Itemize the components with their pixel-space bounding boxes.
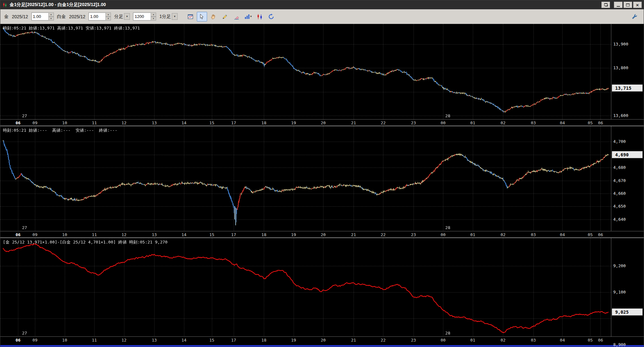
- y-axis-label: 8,900: [613, 342, 626, 347]
- bottom-edge-strip: [0, 345, 644, 347]
- chart-type-button[interactable]: ▼: [243, 12, 253, 21]
- interval-combo[interactable]: 1分足 ▼: [159, 13, 178, 20]
- y-axis-label: 13,900: [613, 42, 628, 46]
- gold-ratio-input[interactable]: [31, 12, 49, 21]
- time-tick-label: 03: [531, 338, 536, 343]
- platinum-chart-panel: 時刻:05:21 始値:--- 高値:--- 安値:--- 終値:--- 4,7…: [0, 126, 644, 237]
- time-tick-label: 04: [560, 232, 565, 237]
- time-tick-label: 02: [500, 338, 506, 343]
- y-axis-label: 4,650: [613, 204, 626, 209]
- chevron-down-icon[interactable]: ▼: [172, 13, 178, 20]
- time-tick-label: 03: [531, 120, 536, 125]
- platinum-contract-month[interactable]: 2025/12: [69, 14, 86, 19]
- time-tick-label: 04: [560, 338, 565, 343]
- gold-ratio-down-button[interactable]: ▼: [48, 17, 54, 21]
- time-tick-label: 12: [121, 120, 127, 125]
- time-tick-label: 19: [291, 338, 296, 343]
- time-tick-label: 09: [32, 338, 38, 343]
- chart-settings-button[interactable]: [185, 12, 196, 21]
- time-tick-label: 14: [181, 120, 187, 125]
- pin-window-button[interactable]: [601, 2, 610, 8]
- chart-window-icon: [187, 13, 194, 20]
- gold-candlestick-chart[interactable]: [0, 24, 611, 119]
- time-tick-label: 15: [209, 232, 214, 237]
- gold-time-axis: 0609101112131415171819202122230001020304…: [0, 119, 644, 126]
- time-tick-label: 17: [231, 338, 236, 343]
- time-tick-label: 20: [321, 232, 326, 237]
- time-tick-label: 21: [351, 120, 356, 125]
- gold-contract-month[interactable]: 2025/12: [12, 14, 28, 19]
- time-tick-label: 02: [500, 232, 506, 237]
- minimize-button[interactable]: [614, 2, 623, 8]
- maximize-icon: [626, 4, 630, 6]
- time-tick-label: 19: [291, 120, 296, 125]
- time-tick-label: 11: [92, 120, 97, 125]
- wrench-icon: [631, 13, 638, 20]
- time-tick-label: 06: [598, 338, 603, 343]
- gold-ratio-spinner: ▲ ▼: [31, 12, 54, 21]
- maximize-button[interactable]: [623, 2, 632, 8]
- bar-count-down-button[interactable]: ▼: [151, 17, 156, 21]
- close-button[interactable]: ×: [633, 2, 642, 8]
- gold-label: 金: [4, 14, 9, 20]
- day-marker: 28: [445, 225, 450, 230]
- time-tick-label: 06: [598, 232, 603, 237]
- erase-drawing-button[interactable]: [231, 12, 242, 21]
- time-tick-label: 23: [411, 120, 416, 125]
- y-axis-label: 13,800: [613, 65, 628, 70]
- settings-wrench-button[interactable]: [630, 12, 640, 21]
- period-type-combo[interactable]: 分足 ▼: [114, 13, 130, 20]
- time-tick-label: 22: [381, 120, 386, 125]
- day-marker: 27: [22, 331, 27, 335]
- bar-chart-icon: [244, 13, 250, 20]
- reload-button[interactable]: [266, 12, 276, 21]
- platinum-ratio-input[interactable]: [88, 12, 106, 21]
- spread-formula-readout: [金 25/12 13,971×1.00]-[白金 25/12 4,701×1.…: [3, 239, 168, 245]
- time-tick-label: 15: [209, 338, 214, 343]
- time-tick-label: 20: [321, 120, 326, 125]
- time-tick-label: 09: [32, 232, 38, 237]
- select-tool-button[interactable]: [197, 12, 207, 21]
- spread-chart-panel: [金 25/12 13,971×1.00]-[白金 25/12 4,701×1.…: [0, 238, 644, 343]
- hand-icon: [210, 13, 217, 20]
- y-axis-label: 4,700: [613, 139, 626, 144]
- y-axis-label: 4,680: [613, 165, 626, 170]
- time-tick-label: 11: [92, 232, 97, 237]
- platinum-ratio-up-button[interactable]: ▲: [105, 12, 111, 17]
- draw-line-button[interactable]: [220, 12, 230, 21]
- time-tick-label: 11: [92, 338, 97, 343]
- gold-plot-area: 時刻:05:21 始値:13,971 高値:13,971 安値:13,971 終…: [0, 24, 644, 119]
- chevron-down-icon[interactable]: ▼: [124, 13, 130, 20]
- spread-time-axis: 0609101112131415171819202122230001020304…: [0, 336, 644, 343]
- day-marker: 28: [445, 113, 450, 118]
- candlestick-chart-button[interactable]: [255, 12, 265, 21]
- toolbar: 金 2025/12 ▲ ▼ 白金 2025/12 ▲ ▼ 分足 ▼ ▲ ▼: [0, 9, 644, 24]
- close-icon: ×: [636, 3, 639, 7]
- time-tick-label: 21: [351, 338, 356, 343]
- y-axis-label: 9,200: [613, 263, 626, 268]
- title-bar: 金1分足[2025/12]1.00 - 白金1分足[2025/12]1.00 ×: [0, 0, 644, 9]
- bottom-padding: [0, 343, 644, 345]
- platinum-label: 白金: [57, 14, 66, 20]
- pan-tool-button[interactable]: [208, 12, 219, 21]
- y-axis-label: 13,600: [613, 113, 628, 118]
- bar-count-input[interactable]: [133, 12, 151, 21]
- gold-ratio-up-button[interactable]: ▲: [48, 12, 54, 17]
- minimize-icon: [617, 6, 620, 7]
- bar-count-up-button[interactable]: ▲: [151, 12, 156, 17]
- time-tick-label: 05: [588, 338, 593, 343]
- time-tick-label: 20: [321, 338, 326, 343]
- spread-line-chart[interactable]: [0, 238, 611, 336]
- time-tick-label: 10: [62, 232, 67, 237]
- time-tick-label: 23: [411, 232, 416, 237]
- platinum-price-axis: 4,7004,6804,6704,6604,6504,6404,690: [611, 126, 644, 231]
- time-tick-label: 14: [181, 232, 187, 237]
- gold-ohlc-readout: 時刻:05:21 始値:13,971 高値:13,971 安値:13,971 終…: [3, 25, 140, 31]
- platinum-ratio-down-button[interactable]: ▼: [105, 17, 111, 21]
- time-tick-label: 06: [15, 232, 21, 237]
- y-axis-label: 9,100: [613, 290, 626, 294]
- pin-window-icon: [605, 4, 608, 6]
- platinum-candlestick-chart[interactable]: [0, 126, 611, 231]
- time-tick-label: 17: [231, 120, 236, 125]
- time-tick-label: 13: [152, 232, 157, 237]
